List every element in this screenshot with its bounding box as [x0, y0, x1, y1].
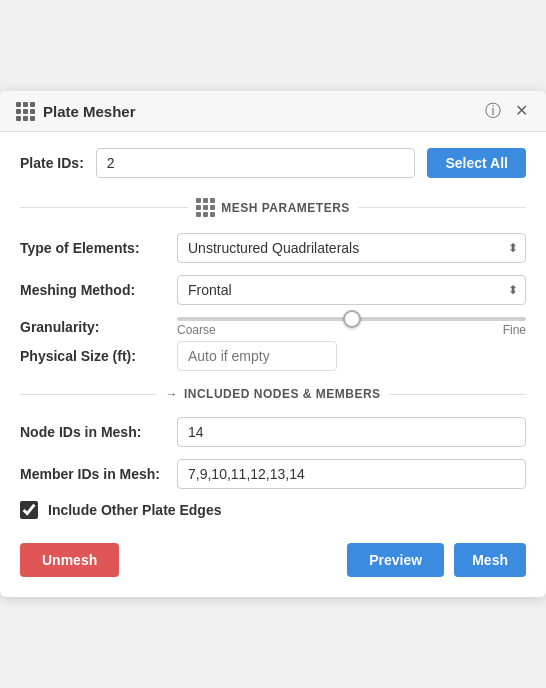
meshing-method-wrapper: Frontal Delaunay Auto ⬍ — [177, 275, 526, 305]
granularity-row: Granularity: Coarse Fine — [20, 317, 526, 337]
physical-size-row: Physical Size (ft): — [20, 341, 526, 371]
section-grid-icon — [196, 198, 215, 217]
included-divider-right — [389, 394, 526, 395]
granularity-slider[interactable] — [177, 317, 526, 321]
unmesh-button[interactable]: Unmesh — [20, 543, 119, 577]
mesh-parameters-title: MESH PARAMETERS — [196, 198, 350, 217]
type-of-elements-row: Type of Elements: Unstructured Quadrilat… — [20, 233, 526, 263]
panel-header: Plate Mesher ⓘ ✕ — [0, 91, 546, 132]
type-of-elements-wrapper: Unstructured Quadrilaterals Unstructured… — [177, 233, 526, 263]
close-icon: ✕ — [515, 102, 528, 119]
arrow-icon: → — [165, 387, 178, 401]
granularity-slider-container: Coarse Fine — [177, 317, 526, 337]
divider-line-right — [358, 207, 526, 208]
coarse-label: Coarse — [177, 323, 216, 337]
meshing-method-row: Meshing Method: Frontal Delaunay Auto ⬍ — [20, 275, 526, 305]
node-ids-row: Node IDs in Mesh: — [20, 417, 526, 447]
panel-body: Plate IDs: Select All MESH PARAMETERS Ty… — [0, 132, 546, 597]
plate-ids-label: Plate IDs: — [20, 155, 84, 171]
mesh-parameters-divider: MESH PARAMETERS — [20, 198, 526, 217]
plate-mesher-panel: Plate Mesher ⓘ ✕ Plate IDs: Select All — [0, 91, 546, 597]
header-left: Plate Mesher — [16, 102, 136, 121]
close-button[interactable]: ✕ — [513, 101, 530, 121]
plate-ids-row: Plate IDs: Select All — [20, 148, 526, 178]
type-of-elements-label: Type of Elements: — [20, 240, 165, 256]
fine-label: Fine — [503, 323, 526, 337]
mesh-button[interactable]: Mesh — [454, 543, 526, 577]
meshing-method-select[interactable]: Frontal Delaunay Auto — [177, 275, 526, 305]
member-ids-input[interactable] — [177, 459, 526, 489]
preview-button[interactable]: Preview — [347, 543, 444, 577]
member-ids-row: Member IDs in Mesh: — [20, 459, 526, 489]
node-ids-input[interactable] — [177, 417, 526, 447]
info-icon: ⓘ — [485, 102, 501, 119]
type-of-elements-select[interactable]: Unstructured Quadrilaterals Unstructured… — [177, 233, 526, 263]
member-ids-label: Member IDs in Mesh: — [20, 466, 165, 482]
granularity-label: Granularity: — [20, 319, 165, 335]
included-divider-left — [20, 394, 157, 395]
select-all-button[interactable]: Select All — [427, 148, 526, 178]
grid-icon — [16, 102, 35, 121]
included-nodes-title: → INCLUDED NODES & MEMBERS — [165, 387, 380, 401]
meshing-method-label: Meshing Method: — [20, 282, 165, 298]
divider-line-left — [20, 207, 188, 208]
node-ids-label: Node IDs in Mesh: — [20, 424, 165, 440]
physical-size-label: Physical Size (ft): — [20, 348, 165, 364]
include-other-checkbox[interactable] — [20, 501, 38, 519]
include-other-label: Include Other Plate Edges — [48, 502, 222, 518]
included-nodes-divider: → INCLUDED NODES & MEMBERS — [20, 387, 526, 401]
plate-ids-input[interactable] — [96, 148, 416, 178]
info-button[interactable]: ⓘ — [483, 101, 503, 121]
footer-right-buttons: Preview Mesh — [347, 543, 526, 577]
include-other-row: Include Other Plate Edges — [20, 501, 526, 519]
physical-size-input[interactable] — [177, 341, 337, 371]
header-icons: ⓘ ✕ — [483, 101, 530, 121]
panel-title: Plate Mesher — [43, 103, 136, 120]
slider-labels: Coarse Fine — [177, 323, 526, 337]
footer-buttons: Unmesh Preview Mesh — [20, 543, 526, 581]
